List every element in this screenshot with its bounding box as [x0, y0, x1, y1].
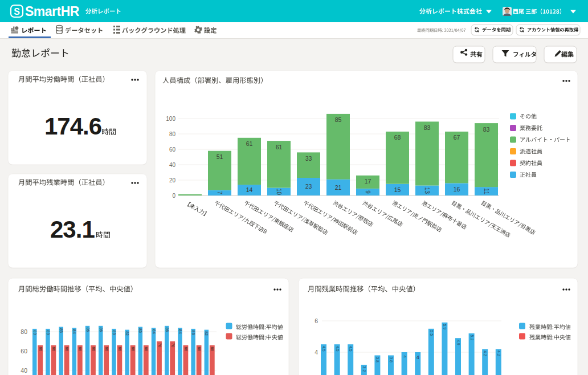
svg-text:83: 83 — [424, 124, 431, 131]
svg-text:4: 4 — [315, 349, 318, 356]
svg-text:40: 40 — [21, 367, 27, 374]
svg-text:66: 66 — [39, 347, 43, 351]
svg-text:61: 61 — [246, 140, 253, 147]
svg-text:0: 0 — [172, 193, 175, 199]
svg-text:17: 17 — [365, 178, 371, 185]
svg-text:66: 66 — [92, 347, 96, 351]
svg-text:100: 100 — [166, 116, 175, 122]
svg-text:6: 6 — [315, 317, 318, 324]
svg-text:33: 33 — [305, 155, 312, 162]
svg-text:80: 80 — [169, 131, 176, 137]
svg-text:61: 61 — [276, 144, 283, 150]
svg-text:83: 83 — [483, 126, 490, 133]
svg-text:5.5: 5.5 — [430, 330, 434, 336]
svg-text:82: 82 — [205, 331, 209, 336]
svg-text:4.2: 4.2 — [483, 350, 487, 356]
svg-text:66: 66 — [118, 347, 122, 351]
svg-text:84: 84 — [72, 329, 76, 334]
svg-text:13: 13 — [424, 187, 431, 194]
svg-text:66: 66 — [184, 347, 188, 351]
svg-text:7: 7 — [217, 191, 223, 194]
svg-text:84: 84 — [152, 329, 156, 334]
svg-text:174.6: 174.6 — [44, 113, 101, 140]
svg-text:66: 66 — [197, 347, 201, 351]
svg-text:60: 60 — [21, 348, 27, 354]
svg-text:4.2: 4.2 — [497, 350, 501, 356]
svg-text:4.5: 4.5 — [336, 346, 340, 352]
svg-text:85: 85 — [59, 328, 63, 333]
svg-text:66: 66 — [65, 347, 69, 351]
svg-text:3.2: 3.2 — [362, 366, 366, 372]
svg-text:83: 83 — [33, 331, 37, 335]
svg-text:66: 66 — [105, 347, 109, 351]
svg-text:11: 11 — [483, 188, 490, 194]
svg-text:66: 66 — [78, 347, 82, 351]
svg-text:66: 66 — [52, 347, 56, 351]
svg-text:4.5: 4.5 — [322, 346, 326, 352]
svg-text:86: 86 — [165, 327, 169, 332]
svg-text:15: 15 — [394, 186, 401, 193]
svg-text:84: 84 — [178, 329, 182, 334]
svg-text:5.2: 5.2 — [470, 335, 474, 341]
svg-text:3.8: 3.8 — [389, 357, 393, 362]
svg-text:9: 9 — [365, 190, 371, 194]
svg-text:83: 83 — [46, 331, 50, 335]
svg-text:10: 10 — [276, 188, 283, 195]
svg-text:51: 51 — [217, 153, 223, 160]
svg-text:85: 85 — [335, 116, 342, 123]
svg-text:66: 66 — [131, 347, 135, 351]
svg-text:83: 83 — [191, 331, 195, 335]
svg-text:68: 68 — [394, 134, 401, 141]
svg-text:4.9: 4.9 — [456, 340, 460, 345]
svg-text:85: 85 — [138, 328, 142, 333]
svg-text:60: 60 — [169, 146, 176, 153]
svg-text:4.5: 4.5 — [349, 346, 353, 352]
svg-text:20: 20 — [169, 177, 176, 184]
svg-text:SmartHR: SmartHR — [25, 4, 80, 19]
svg-text:83: 83 — [112, 331, 116, 335]
svg-text:66: 66 — [210, 347, 214, 351]
svg-text:21: 21 — [335, 184, 342, 191]
svg-text:80: 80 — [21, 328, 27, 335]
svg-text:70: 70 — [171, 343, 175, 348]
svg-text:23: 23 — [305, 183, 312, 190]
svg-text:4: 4 — [416, 354, 419, 360]
svg-text:40: 40 — [169, 162, 176, 168]
svg-text:82: 82 — [125, 331, 129, 336]
svg-text:86: 86 — [99, 327, 103, 332]
svg-text:3.8: 3.8 — [375, 357, 379, 362]
svg-text:S: S — [14, 7, 20, 17]
svg-text:66: 66 — [144, 347, 148, 351]
svg-text:70: 70 — [158, 343, 162, 348]
svg-text:67: 67 — [454, 134, 460, 141]
svg-text:23.1: 23.1 — [50, 216, 95, 243]
svg-text:14: 14 — [246, 186, 253, 193]
svg-text:86: 86 — [86, 327, 90, 332]
svg-text:16: 16 — [454, 186, 460, 193]
svg-text:5.9: 5.9 — [443, 324, 447, 329]
svg-text:4: 4 — [403, 356, 407, 358]
